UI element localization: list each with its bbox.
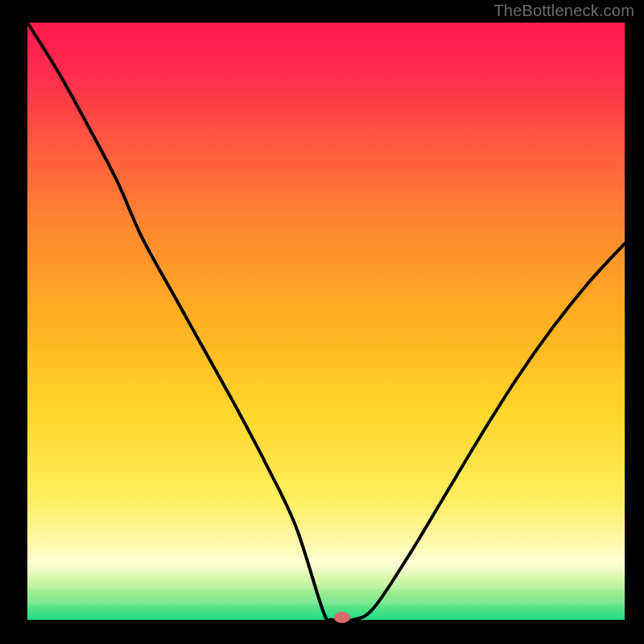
svg-rect-1 xyxy=(27,23,625,620)
minimum-marker xyxy=(334,612,350,623)
watermark-text: TheBottleneck.com xyxy=(493,2,634,20)
plot-area xyxy=(27,23,625,620)
bottleneck-chart xyxy=(0,0,644,644)
